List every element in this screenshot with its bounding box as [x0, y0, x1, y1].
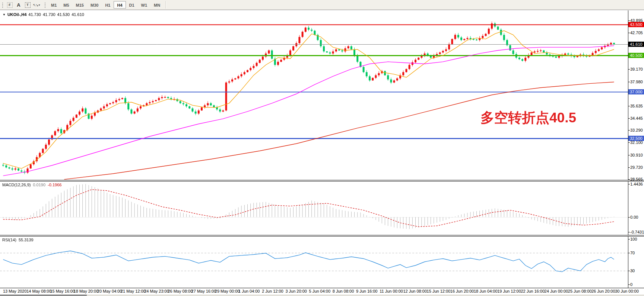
time-label: 12 Jun 08:00	[403, 289, 427, 293]
time-label: 8 Jun 08:00	[333, 289, 354, 293]
price-tick: 39.170	[630, 67, 643, 71]
scrollbar-thumb[interactable]	[0, 295, 87, 296]
time-label: 15 May 16:00	[50, 289, 75, 293]
open-value: 41.730	[28, 12, 41, 17]
time-label: 18 Jun 04:00	[474, 289, 498, 293]
time-label: 19 Jun 12:00	[497, 289, 521, 293]
price-tick: 35.635	[630, 104, 643, 108]
time-label: 27 May 16:00	[191, 289, 216, 293]
price-axis[interactable]: 43.89542.70539.17037.98035.63534.44533.2…	[628, 10, 644, 180]
rsi-tick: 100	[630, 237, 637, 241]
rsi-tick: 70	[630, 251, 635, 255]
timeframe-group: M1M5M15M30H1H4D1W1MN	[48, 1, 164, 9]
macd-name: MACD(12,26,9)	[2, 183, 31, 187]
horizontal-scrollbar[interactable]	[0, 295, 644, 296]
rsi-value: 55.3139	[19, 238, 34, 242]
price-tick: 34.445	[630, 116, 643, 120]
toolbar-grip[interactable]	[44, 2, 46, 8]
text-label-icon[interactable]: A	[14, 1, 23, 9]
price-tick: 37.980	[630, 80, 643, 84]
time-label: 11 Jun 00:00	[380, 289, 403, 293]
time-label: 5 Jun 04:00	[309, 289, 331, 293]
time-label: 15 Jun 12:00	[427, 289, 451, 293]
price-chart-canvas[interactable]	[0, 10, 628, 180]
timeframe-button-M1[interactable]: M1	[48, 1, 60, 9]
close-value: 41.610	[72, 12, 84, 17]
macd-tick: 1.4436	[630, 182, 643, 186]
rsi-tick: 0	[630, 282, 632, 287]
time-label: 9 Jun 16:00	[356, 289, 378, 293]
price-level-badge: 43.500	[628, 22, 644, 27]
macd-tick: -0.7431	[630, 230, 644, 234]
time-label: 24 Jun 00:00	[545, 289, 568, 293]
macd-canvas[interactable]	[0, 181, 628, 235]
time-label: 25 Jun 08:00	[568, 289, 592, 293]
timeframe-button-M30[interactable]: M30	[87, 1, 102, 9]
rsi-name: RSI(14)	[2, 238, 16, 242]
rsi-label: RSI(14) 55.3139	[2, 238, 34, 242]
rsi-panel: RSI(14) 55.3139 10070300	[0, 236, 644, 288]
macd-panel: MACD(12,26,9) 0.0190 -0.1966 1.44360.00-…	[0, 181, 644, 235]
price-tick: 30.910	[630, 153, 643, 157]
chevron-down-icon[interactable]: ▼	[3, 13, 6, 16]
time-axis[interactable]: 13 May 202014 May 08:0015 May 16:0018 Ma…	[0, 289, 644, 294]
time-label: 22 Jun 16:00	[521, 289, 545, 293]
price-tick: 42.705	[630, 30, 643, 35]
macd-signal-value: -0.1966	[48, 183, 61, 187]
line-studies-group: FAT↖↘▾	[5, 1, 41, 9]
pivot-annotation: 多空转折点40.5	[480, 109, 576, 127]
time-label: 21 May 12:00	[121, 289, 146, 293]
time-label: 16 Jun 20:00	[450, 289, 474, 293]
time-label: 14 May 08:00	[26, 289, 51, 293]
time-label: 13 May 2020	[3, 289, 27, 293]
time-label: 1 Jun 04:00	[238, 289, 260, 293]
arrows-icon[interactable]: ↖↘▾	[32, 1, 41, 9]
macd-axis[interactable]: 1.44360.00-0.7431	[628, 181, 644, 235]
macd-main-value: 0.0190	[33, 183, 45, 187]
text-icon[interactable]: T	[23, 1, 32, 9]
time-label: 30 Jun 00:00	[615, 289, 639, 293]
time-label: 29 May 00:00	[215, 289, 240, 293]
time-label: 3 Jun 20:00	[285, 289, 307, 293]
toolbar: FAT↖↘▾ M1M5M15M30H1H4D1W1MN	[0, 0, 644, 10]
price-chart-panel: ▼ UKOil-,H4 41.730 41.730 41.530 41.610 …	[0, 10, 644, 180]
price-level-badge: 40.500	[628, 53, 644, 58]
price-level-badge: 41.610	[628, 42, 644, 47]
timeframe-button-M5[interactable]: M5	[60, 1, 72, 9]
rsi-canvas[interactable]	[0, 237, 628, 288]
low-value: 41.530	[57, 12, 70, 17]
price-tick: 33.290	[630, 128, 643, 132]
price-level-badge: 37.000	[628, 89, 644, 94]
mt4-terminal-window: FAT↖↘▾ M1M5M15M30H1H4D1W1MN ▼ UKOil-,H4 …	[0, 0, 644, 296]
toolbar-separator	[165, 1, 166, 9]
rsi-tick: 30	[630, 268, 635, 273]
time-label: 20 May 04:00	[97, 289, 122, 293]
time-label: 26 Jun 20:00	[591, 289, 615, 293]
timeframe-button-H1[interactable]: H1	[102, 1, 114, 9]
timeframe-button-H4[interactable]: H4	[114, 1, 126, 9]
fibonacci-icon[interactable]: F	[5, 1, 14, 9]
chart-header: ▼ UKOil-,H4 41.730 41.730 41.530 41.610	[3, 12, 84, 17]
time-label: 18 May 20:00	[74, 289, 99, 293]
price-tick: 29.720	[630, 165, 643, 170]
symbol-label: UKOil-,H4	[7, 12, 26, 17]
toolbar-grip[interactable]	[1, 2, 4, 8]
high-value: 41.730	[43, 12, 55, 17]
price-level-badge: 32.500	[628, 136, 644, 141]
timeframe-button-MN[interactable]: MN	[150, 1, 164, 9]
timeframe-button-D1[interactable]: D1	[126, 1, 138, 9]
timeframe-button-M15[interactable]: M15	[73, 1, 87, 9]
time-label: 24 May 23:00	[144, 289, 169, 293]
macd-label: MACD(12,26,9) 0.0190 -0.1966	[2, 183, 61, 187]
rsi-axis[interactable]: 10070300	[628, 237, 644, 288]
time-label: 2 Jun 12:00	[262, 289, 283, 293]
time-label: 26 May 08:00	[168, 289, 193, 293]
macd-tick: 0.00	[630, 215, 638, 219]
timeframe-button-W1[interactable]: W1	[138, 1, 151, 9]
